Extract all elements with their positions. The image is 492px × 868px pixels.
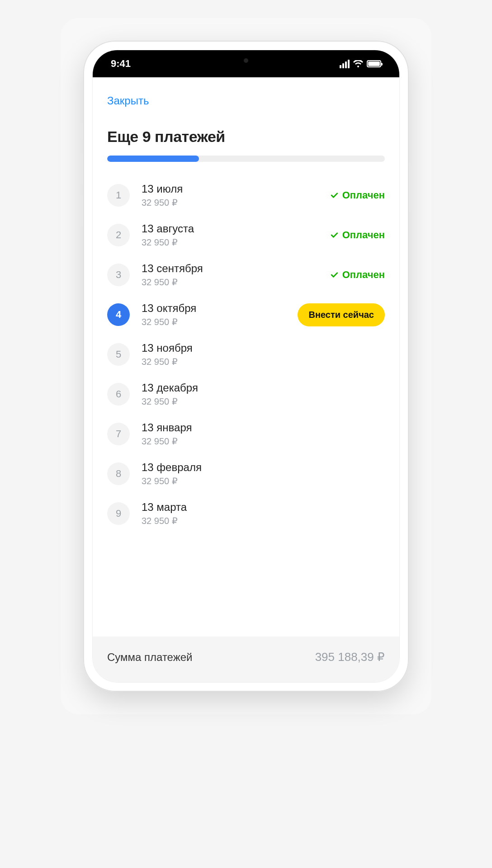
payment-info: 13 августа32 950 ₽ <box>142 222 330 248</box>
payment-info: 13 февраля32 950 ₽ <box>142 461 385 486</box>
payment-number-badge: 8 <box>107 462 130 485</box>
payment-amount: 32 950 ₽ <box>142 277 330 288</box>
payment-number-badge: 9 <box>107 502 130 525</box>
payment-amount: 32 950 ₽ <box>142 476 385 486</box>
payment-info: 13 ноября32 950 ₽ <box>142 342 385 367</box>
payment-amount: 32 950 ₽ <box>142 197 330 208</box>
wifi-icon <box>353 60 363 67</box>
pay-now-button[interactable]: Внести сейчас <box>298 303 385 326</box>
payment-amount: 32 950 ₽ <box>142 515 385 526</box>
payment-number-badge: 1 <box>107 184 130 207</box>
battery-icon <box>367 60 381 67</box>
payment-date: 13 июля <box>142 183 330 195</box>
phone-side-button <box>80 122 83 140</box>
payment-number-badge: 6 <box>107 383 130 406</box>
payment-number-badge: 5 <box>107 343 130 366</box>
payment-status-paid: Оплачен <box>330 189 385 201</box>
paid-label: Оплачен <box>342 189 385 201</box>
payment-row: 213 августа32 950 ₽Оплачен <box>107 215 385 255</box>
payment-amount: 32 950 ₽ <box>142 436 385 447</box>
payment-info: 13 октября32 950 ₽ <box>142 302 298 327</box>
phone-side-button <box>80 154 83 185</box>
page-card: 9:41 Закрыть Еще 9 платежей 113 июля32 9… <box>61 18 431 714</box>
paid-label: Оплачен <box>342 269 385 281</box>
payment-amount: 32 950 ₽ <box>142 316 298 327</box>
payment-row: 713 января32 950 ₽ <box>107 414 385 454</box>
payment-date: 13 января <box>142 421 385 434</box>
payment-date: 13 февраля <box>142 461 385 474</box>
summary-value: 395 188,39 ₽ <box>315 650 385 664</box>
content-area: Закрыть Еще 9 платежей 113 июля32 950 ₽О… <box>93 77 399 533</box>
payment-row: 813 февраля32 950 ₽ <box>107 454 385 494</box>
payment-number-badge: 4 <box>107 303 130 326</box>
phone-screen: 9:41 Закрыть Еще 9 платежей 113 июля32 9… <box>92 50 400 683</box>
payment-row: 913 марта32 950 ₽ <box>107 494 385 533</box>
payment-info: 13 июля32 950 ₽ <box>142 183 330 208</box>
payment-status-paid: Оплачен <box>330 229 385 241</box>
payment-row: 413 октября32 950 ₽Внести сейчас <box>107 295 385 335</box>
payment-row: 513 ноября32 950 ₽ <box>107 335 385 374</box>
payment-amount: 32 950 ₽ <box>142 237 330 248</box>
cellular-signal-icon <box>340 60 350 68</box>
payment-date: 13 марта <box>142 501 385 514</box>
payment-number-badge: 7 <box>107 423 130 445</box>
payment-date: 13 октября <box>142 302 298 315</box>
phone-side-button <box>409 163 412 212</box>
payments-list: 113 июля32 950 ₽Оплачен213 августа32 950… <box>107 175 385 533</box>
payment-status-paid: Оплачен <box>330 269 385 281</box>
payment-amount: 32 950 ₽ <box>142 396 385 407</box>
payment-number-badge: 2 <box>107 224 130 246</box>
payment-date: 13 ноября <box>142 342 385 354</box>
payment-info: 13 января32 950 ₽ <box>142 421 385 447</box>
payment-row: 613 декабря32 950 ₽ <box>107 374 385 414</box>
payment-info: 13 сентября32 950 ₽ <box>142 262 330 288</box>
phone-side-button <box>80 194 83 226</box>
payment-row: 113 июля32 950 ₽Оплачен <box>107 175 385 215</box>
payment-date: 13 августа <box>142 222 330 235</box>
payment-info: 13 марта32 950 ₽ <box>142 501 385 526</box>
payment-number-badge: 3 <box>107 264 130 286</box>
payment-date: 13 декабря <box>142 382 385 394</box>
progress-bar <box>107 156 385 162</box>
phone-frame: 9:41 Закрыть Еще 9 платежей 113 июля32 9… <box>83 41 409 692</box>
payment-amount: 32 950 ₽ <box>142 356 385 367</box>
summary-label: Сумма платежей <box>107 651 193 664</box>
payment-row: 313 сентября32 950 ₽Оплачен <box>107 255 385 295</box>
payment-date: 13 сентября <box>142 262 330 275</box>
close-button[interactable]: Закрыть <box>107 86 149 112</box>
summary-bar: Сумма платежей 395 188,39 ₽ <box>93 637 399 682</box>
progress-fill <box>107 156 199 162</box>
paid-label: Оплачен <box>342 229 385 241</box>
check-icon <box>330 191 339 200</box>
payment-info: 13 декабря32 950 ₽ <box>142 382 385 407</box>
check-icon <box>330 231 339 240</box>
page-title: Еще 9 платежей <box>107 128 385 146</box>
phone-notch <box>185 50 307 71</box>
check-icon <box>330 270 339 279</box>
